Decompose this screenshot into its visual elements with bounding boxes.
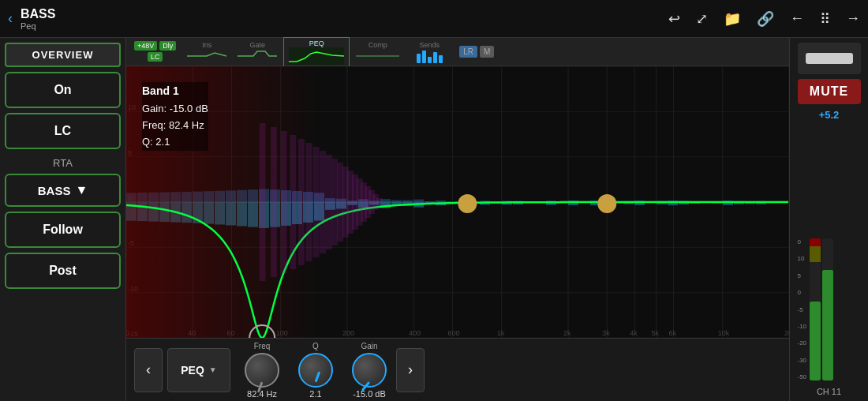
gain-knob-value: -15.0 dB [353,389,386,399]
fullscreen-icon[interactable]: ⤢ [696,10,708,28]
peq-top-label: PEQ [309,39,324,47]
next-band-button[interactable]: › [396,348,425,392]
folder-icon[interactable]: 📁 [724,10,741,28]
main-container: OVERVIEW On LC RTA BASS ▼ Follow Post +4… [0,38,868,401]
bass-dropdown-icon: ▼ [75,183,88,197]
freq-knob[interactable] [245,353,279,388]
sends-bar-2 [422,51,426,63]
sends-section[interactable]: Sends [406,39,453,65]
channel-label: CH 11 [817,387,841,396]
lr-box: LR [459,46,477,58]
right-panel: MUTE +5.2 0 10 5 0 -5 -10 -20 -30 -50 [789,38,868,401]
fader-handle[interactable] [806,53,853,64]
meter-bar-right [822,238,833,380]
comp-curve [356,49,399,63]
freq-knob-value: 82.4 Hz [247,389,277,399]
lc-indicator: LC [148,52,163,62]
level-meter: 0 10 5 0 -5 -10 -20 -30 -50 [798,124,861,380]
post-button[interactable]: Post [5,253,121,289]
prev-band-button[interactable]: ‹ [134,348,163,392]
m-box: M [480,46,494,58]
prev-channel-icon[interactable]: ← [790,10,804,27]
center-panel: +48V Dly LC Ins Gate PEQ [126,38,789,401]
top-bar: +48V Dly LC Ins Gate PEQ [126,38,789,66]
q-knob-value: 2.1 [309,389,321,399]
meter-bar-group [810,238,833,380]
comp-section[interactable]: Comp [351,39,404,65]
bottom-controls: ‹ PEQ ▼ Freq 82.4 Hz Q 2.1 [126,338,789,401]
sends-bar-4 [433,52,437,63]
header: ‹ BASS Peq ↩ ⤢ 📁 🔗 ← ⠿ → [0,0,868,38]
gate-section[interactable]: Gate [233,39,282,65]
mute-button[interactable]: MUTE [798,79,861,104]
left-panel: OVERVIEW On LC RTA BASS ▼ Follow Post [0,38,126,401]
lc-button[interactable]: LC [5,113,121,149]
peq-section[interactable]: PEQ [283,37,350,67]
eq-canvas [126,66,789,338]
sends-bar-1 [417,54,421,63]
peq-type-arrow: ▼ [209,365,217,374]
fader-track[interactable] [798,43,861,74]
on-button[interactable]: On [5,72,121,108]
48v-indicator: +48V [134,41,157,51]
rta-label: RTA [5,157,121,169]
peq-type-selector[interactable]: PEQ ▼ [167,348,230,392]
channel-name: BASS [21,7,55,21]
peq-type-label: PEQ [181,364,204,377]
channel-subtitle: Peq [21,21,55,31]
gate-curve [238,49,277,63]
header-title: BASS Peq [21,7,55,31]
gate-label: Gate [250,41,266,49]
ins-section[interactable]: Ins [182,39,231,65]
grid-icon[interactable]: ⠿ [820,10,830,28]
freq-knob-label: Freq [254,342,271,350]
q-knob[interactable] [298,353,333,388]
ins-label: Ins [202,41,211,49]
eq-graph[interactable]: Band 1 Gain: -15.0 dB Freq: 82.4 Hz Q: 2… [126,66,789,338]
freq-knob-group: Freq 82.4 Hz [245,342,279,399]
bass-button[interactable]: BASS ▼ [5,174,121,207]
sends-bar-3 [428,57,432,63]
comp-label: Comp [369,41,387,49]
q-knob-group: Q 2.1 [298,342,333,399]
gain-display: +5.2 [819,109,840,121]
gain-knob-group: Gain -15.0 dB [352,342,387,399]
back-button[interactable]: ‹ [8,10,13,27]
link-icon[interactable]: 🔗 [757,10,774,28]
sends-bar-5 [439,55,443,63]
lr-m-section[interactable]: LR M [455,44,499,59]
sends-label: Sends [420,41,440,49]
meter-labels: 0 10 5 0 -5 -10 -20 -30 -50 [798,238,807,380]
meter-bar-left [810,238,821,380]
gain-knob-label: Gain [361,342,377,350]
q-knob-label: Q [312,342,319,350]
header-icons: ↩ ⤢ 📁 🔗 ← ⠿ → [668,10,860,28]
peq-curve-display [289,47,344,65]
next-channel-icon[interactable]: → [846,10,860,27]
dly-indicator: Dly [159,41,176,51]
gain-knob[interactable] [352,353,387,388]
undo-icon[interactable]: ↩ [668,10,680,28]
input-section[interactable]: +48V Dly LC [129,39,181,64]
ins-curve [187,49,226,63]
overview-button[interactable]: OVERVIEW [5,43,121,67]
follow-button[interactable]: Follow [5,212,121,248]
